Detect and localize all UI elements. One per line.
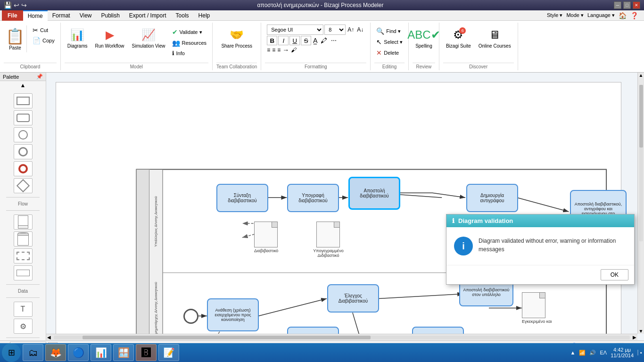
- cut-button[interactable]: ✂Cut: [31, 25, 57, 35]
- font-grow-button[interactable]: A↑: [347, 26, 355, 33]
- palette-scroll-up[interactable]: ▲: [20, 82, 26, 89]
- task-anathesi[interactable]: Ανάθεση (χρέωση) εισερχόμενου προς κοινο…: [207, 298, 259, 331]
- language-dropdown[interactable]: Language ▾: [587, 12, 615, 18]
- rectangle-shape[interactable]: [14, 93, 33, 108]
- circle-border-shape[interactable]: [14, 144, 33, 159]
- underline-button[interactable]: U: [289, 36, 300, 45]
- simulation-view-button[interactable]: 📈 Simulation View: [129, 25, 168, 51]
- run-workflow-button[interactable]: ▶ Run Workflow: [92, 25, 127, 51]
- gear-shape[interactable]: ⚙: [14, 319, 33, 334]
- horizontal-scrollbar[interactable]: ◀ ▶: [46, 334, 637, 340]
- close-button[interactable]: ✕: [633, 1, 640, 9]
- home-icon[interactable]: 🏠: [619, 12, 627, 19]
- minimize-button[interactable]: ─: [614, 1, 621, 9]
- highlight-button[interactable]: 🖍: [320, 37, 328, 44]
- italic-button[interactable]: I: [278, 36, 289, 45]
- select-button[interactable]: ↖Select ▾: [374, 37, 405, 47]
- bizagi-suite-button[interactable]: ⚙ 6 Bizagi Suite: [443, 25, 474, 51]
- font-size-select[interactable]: 8: [324, 25, 346, 35]
- start-button[interactable]: ⊞: [2, 343, 21, 352]
- mode-dropdown[interactable]: Mode ▾: [566, 12, 584, 18]
- taskbar-app-explorer2[interactable]: 🪟: [113, 344, 134, 352]
- help-menu[interactable]: Help: [194, 10, 215, 21]
- doc-egkekriimeno[interactable]: Εγκεκριμένο και: [522, 292, 552, 324]
- taskbar-app-word[interactable]: 📝: [158, 344, 179, 352]
- h-scroll-thumb[interactable]: [83, 336, 371, 339]
- task-syntaxi[interactable]: Σύνταξη διαβιβαστικού: [216, 184, 268, 212]
- taskbar-volume-icon[interactable]: 🔊: [589, 350, 596, 352]
- diagrams-button[interactable]: 📊 Diagrams: [65, 25, 91, 51]
- rounded-rect-shape[interactable]: [14, 110, 33, 125]
- dialog-header: ℹ Diagram validation: [446, 214, 634, 227]
- find-button[interactable]: 🔍Find ▾: [374, 26, 405, 36]
- taskbar-app-explorer[interactable]: 🗂: [23, 344, 43, 352]
- diagram-canvas[interactable]: Ναι Υπάλληλος Δ/νσης Διοικητικού Ιμη: [56, 82, 621, 340]
- copy-button[interactable]: 📄Copy: [31, 36, 57, 45]
- taskbar-app-chrome[interactable]: 🦊: [45, 344, 66, 352]
- align-center-button[interactable]: ≡: [272, 47, 275, 53]
- taskbar-notification-icon[interactable]: ▲: [570, 350, 576, 352]
- taskbar-show-desktop-button[interactable]: ▪: [637, 350, 642, 352]
- file-menu[interactable]: File: [2, 10, 23, 21]
- scroll-right-button[interactable]: ▶: [632, 335, 637, 340]
- export-import-menu[interactable]: Export / Import: [124, 10, 171, 21]
- scroll-left-button[interactable]: ◀: [46, 335, 52, 340]
- online-courses-button[interactable]: 🖥 Online Courses: [476, 25, 514, 51]
- taskbar-app-bizagi[interactable]: 🅱: [136, 344, 157, 352]
- doc-diabivastiko[interactable]: Διαβιβαστικό: [254, 222, 278, 253]
- end-event-shape[interactable]: [14, 161, 33, 176]
- info-circle-icon: i: [454, 237, 473, 255]
- task-apostoli1[interactable]: Αποστολή διαβιβαστικού: [348, 177, 400, 210]
- taskbar-app-browser[interactable]: 🔵: [68, 344, 89, 352]
- strikethrough-button[interactable]: S: [301, 36, 311, 45]
- dashed-rect-shape[interactable]: [14, 248, 33, 263]
- home-menu[interactable]: Home: [23, 10, 48, 21]
- font-select[interactable]: Segoe UI: [267, 25, 323, 35]
- paste-button[interactable]: 📋 Paste: [4, 25, 27, 52]
- doc-ypografimeno[interactable]: Υπογεγραμμένο Διδιβαστικό: [316, 222, 346, 258]
- data-shape[interactable]: [14, 231, 33, 247]
- align-right-button[interactable]: ≡: [277, 47, 281, 53]
- paint-format-button[interactable]: 🖌: [291, 47, 297, 53]
- validate-button[interactable]: ✔ Validate ▾: [170, 27, 209, 37]
- info-button[interactable]: ℹInfo: [170, 49, 209, 58]
- indent-button[interactable]: →: [282, 46, 289, 54]
- spelling-button[interactable]: ABC✔ Spelling: [413, 25, 435, 51]
- scroll-up-button[interactable]: ▲: [638, 73, 644, 78]
- taskbar-app-powerpoint[interactable]: 📊: [91, 344, 111, 352]
- vertical-scrollbar[interactable]: ▲ ▼: [637, 73, 644, 334]
- align-left-button[interactable]: ≡: [267, 47, 270, 53]
- taskbar-network-icon[interactable]: 📶: [579, 350, 586, 352]
- taskbar-clock[interactable]: 4:42 μμ 11/1/2014: [611, 347, 634, 352]
- help-icon[interactable]: ❓: [630, 12, 638, 19]
- circle-empty-shape[interactable]: [14, 127, 33, 142]
- font-shrink-button[interactable]: A↓: [356, 26, 364, 33]
- task-elegchos[interactable]: Έλεγχος Διαβιβαστικού: [327, 284, 379, 313]
- style-dropdown[interactable]: Style ▾: [547, 12, 563, 18]
- quick-access-toolbar[interactable]: 💾 ↩ ↪: [4, 1, 27, 9]
- tools-menu[interactable]: Tools: [171, 10, 194, 21]
- view-menu[interactable]: View: [75, 10, 97, 21]
- maximize-button[interactable]: □: [623, 1, 631, 9]
- canvas-area[interactable]: Ναι Υπάλληλος Δ/νσης Διοικητικού Ιμη: [46, 73, 644, 340]
- palette-pin-icon[interactable]: 📌: [36, 74, 43, 80]
- document-shape[interactable]: [14, 214, 33, 230]
- publish-menu[interactable]: Publish: [97, 10, 124, 21]
- task-dimiourgia[interactable]: Δημιουργία αντιγράφου: [466, 184, 518, 212]
- scroll-down-button[interactable]: ▼: [638, 329, 644, 334]
- diamond-shape[interactable]: [14, 178, 33, 193]
- thin-rect-shape[interactable]: [14, 265, 33, 280]
- task-ypografi1[interactable]: Υπογραφή διαβιβαστικού: [287, 184, 339, 212]
- share-process-button[interactable]: 🤝 Share Process: [218, 25, 255, 51]
- delete-button[interactable]: ✕Delete: [374, 48, 405, 58]
- resources-button[interactable]: 👥Resources: [170, 38, 209, 48]
- text-shape[interactable]: T: [14, 302, 33, 317]
- font-color-button[interactable]: A̲: [312, 37, 319, 44]
- taskbar-language[interactable]: ΕΛ: [600, 350, 607, 352]
- v-scroll-thumb[interactable]: [639, 85, 643, 148]
- format-menu[interactable]: Format: [48, 10, 75, 21]
- start-event[interactable]: [183, 309, 198, 324]
- bold-button[interactable]: B: [267, 36, 277, 45]
- more-formatting-button[interactable]: ⋯: [329, 37, 339, 44]
- ok-button[interactable]: OK: [601, 269, 628, 280]
